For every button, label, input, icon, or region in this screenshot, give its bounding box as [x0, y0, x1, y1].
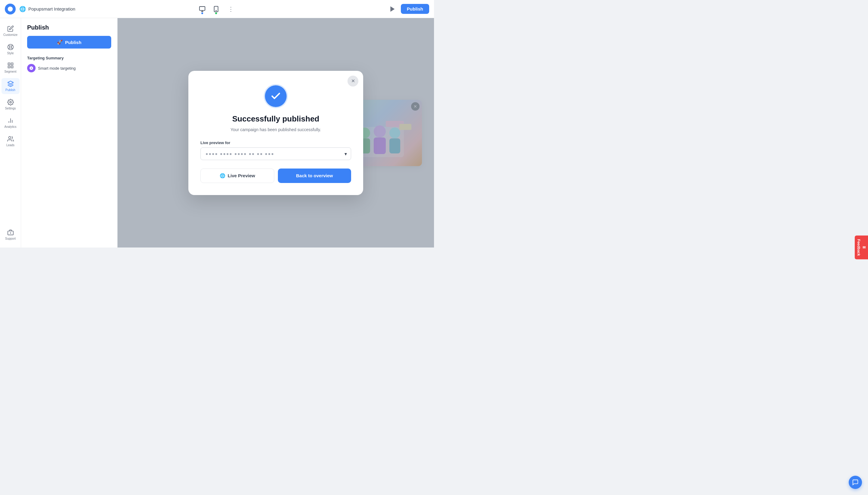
sidebar-item-leads-label: Leads [6, 143, 15, 147]
modal-actions: 🌐 Live Preview Back to overview [201, 169, 351, 183]
targeting-title: Targeting Summary [27, 56, 111, 60]
svg-point-3 [216, 10, 216, 11]
sidebar-item-analytics-label: Analytics [4, 125, 16, 129]
modal-icon-wrap [201, 85, 351, 107]
success-modal: ✕ Successfully published Your campaign h… [188, 71, 363, 195]
sidebar-item-customize-label: Customize [3, 33, 17, 36]
svg-point-19 [8, 137, 11, 139]
svg-rect-11 [8, 63, 10, 65]
panel-publish-button[interactable]: 🚀 Publish [27, 36, 111, 49]
sidebar-item-segment-label: Segment [4, 70, 16, 73]
sidebar-bottom: Support [1, 227, 20, 243]
main-content: ✕ [118, 18, 434, 248]
url-select[interactable]: ●●●● ●●●● ●●●● ●● ●● ●●● [201, 148, 351, 160]
svg-rect-14 [8, 66, 10, 68]
url-select-wrap: ●●●● ●●●● ●●●● ●● ●● ●●● ▾ [201, 148, 351, 160]
panel-title: Publish [27, 24, 111, 31]
panel-publish-label: Publish [65, 40, 81, 45]
play-button[interactable] [387, 4, 397, 14]
header-publish-button[interactable]: Publish [401, 4, 429, 14]
svg-line-10 [8, 48, 10, 49]
left-panel: Publish 🚀 Publish Targeting Summary Smar… [21, 18, 118, 248]
svg-line-7 [8, 45, 10, 47]
svg-rect-13 [11, 66, 13, 68]
svg-rect-1 [199, 6, 205, 10]
live-preview-label: Live preview for [201, 140, 351, 145]
sidebar-item-style[interactable]: Style [1, 41, 20, 57]
live-preview-icon: 🌐 [220, 173, 225, 178]
sidebar-item-settings-label: Settings [5, 107, 16, 110]
device-switcher: ⋮ [198, 4, 236, 14]
sidebar-item-customize[interactable]: Customize [1, 23, 20, 39]
overlay: ✕ Successfully published Your campaign h… [118, 18, 434, 248]
svg-line-9 [11, 45, 12, 47]
sidebar-item-style-label: Style [7, 52, 14, 55]
mobile-dot [215, 12, 217, 14]
svg-line-8 [11, 48, 12, 49]
desktop-dot [201, 12, 203, 14]
targeting-text: Smart mode targeting [38, 66, 76, 70]
success-badge [265, 85, 287, 107]
sidebar-item-support-label: Support [5, 237, 16, 240]
sidebar-item-analytics[interactable]: Analytics [1, 115, 20, 131]
main-layout: Customize Style Segment Publish [0, 18, 434, 248]
modal-description: Your campaign has been published success… [201, 127, 351, 132]
sidebar-item-segment[interactable]: Segment [1, 60, 20, 76]
modal-close-button[interactable]: ✕ [347, 76, 358, 86]
targeting-icon [27, 64, 36, 72]
app-logo [5, 4, 16, 15]
globe-icon: 🌐 [19, 6, 26, 12]
sidebar-item-publish[interactable]: Publish [1, 78, 20, 94]
svg-point-0 [8, 6, 13, 12]
svg-rect-12 [11, 63, 13, 65]
more-options-button[interactable]: ⋮ [225, 4, 236, 14]
live-preview-button-label: Live Preview [228, 173, 255, 178]
mobile-view-button[interactable] [212, 4, 221, 14]
header-right: Publish [387, 4, 429, 14]
svg-point-6 [9, 46, 12, 48]
sidebar-item-settings[interactable]: Settings [1, 97, 20, 113]
targeting-item: Smart mode targeting [27, 64, 111, 72]
header: 🌐 Popupsmart Integration ⋮ Publish [0, 0, 434, 18]
desktop-view-button[interactable] [198, 4, 207, 14]
sidebar-item-support[interactable]: Support [1, 227, 20, 243]
back-to-overview-button[interactable]: Back to overview [278, 169, 351, 183]
modal-title: Successfully published [201, 114, 351, 124]
svg-marker-4 [390, 7, 394, 11]
sidebar-item-leads[interactable]: Leads [1, 133, 20, 149]
sidebar: Customize Style Segment Publish [0, 18, 21, 248]
sidebar-item-publish-label: Publish [5, 88, 15, 92]
svg-point-15 [10, 101, 12, 103]
rocket-icon: 🚀 [57, 39, 63, 45]
live-preview-button[interactable]: 🌐 Live Preview [201, 169, 274, 183]
